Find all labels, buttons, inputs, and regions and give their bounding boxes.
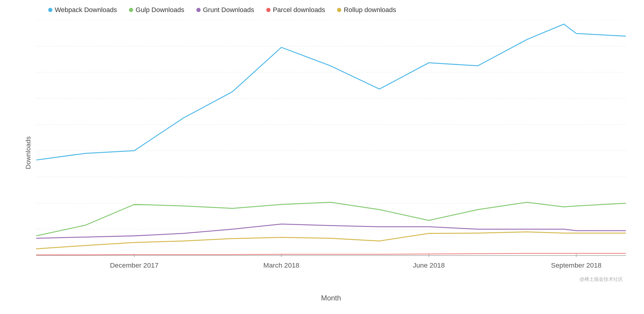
grunt-line <box>36 224 626 238</box>
legend-dot-rollup <box>337 8 341 12</box>
chart-area: Downloads Month @稀土掘金技术社区 0 2,000,000 4,… <box>36 20 626 286</box>
legend-item-webpack: Webpack Downloads <box>48 6 117 14</box>
webpack-line <box>36 24 626 160</box>
gulp-line <box>36 202 626 236</box>
svg-text:March 2018: March 2018 <box>263 262 299 269</box>
legend-label-rollup: Rollup downloads <box>344 6 396 14</box>
y-axis-label: Downloads <box>24 137 32 169</box>
legend-label-parcel: Parcel downloads <box>273 6 325 14</box>
legend-dot-webpack <box>48 8 52 12</box>
x-axis-label: Month <box>321 294 341 302</box>
svg-text:June 2018: June 2018 <box>413 262 445 269</box>
svg-text:September 2018: September 2018 <box>551 262 602 269</box>
legend-dot-parcel <box>266 8 270 12</box>
chart-container: Webpack Downloads Gulp Downloads Grunt D… <box>0 0 644 314</box>
watermark: @稀土掘金技术社区 <box>580 276 623 283</box>
legend-label-grunt: Grunt Downloads <box>203 6 254 14</box>
svg-text:December 2017: December 2017 <box>110 262 158 269</box>
legend-item-grunt: Grunt Downloads <box>196 6 254 14</box>
legend-item-rollup: Rollup downloads <box>337 6 396 14</box>
legend-dot-gulp <box>129 8 133 12</box>
legend-item-gulp: Gulp Downloads <box>129 6 184 14</box>
legend-dot-grunt <box>196 8 201 12</box>
legend: Webpack Downloads Gulp Downloads Grunt D… <box>36 6 626 14</box>
main-chart-svg: 0 2,000,000 4,000,000 6,000,000 8,000,00… <box>36 20 626 286</box>
parcel-line <box>36 253 626 255</box>
legend-label-gulp: Gulp Downloads <box>136 6 184 14</box>
legend-item-parcel: Parcel downloads <box>266 6 325 14</box>
rollup-line <box>36 232 626 249</box>
legend-label-webpack: Webpack Downloads <box>55 6 117 14</box>
